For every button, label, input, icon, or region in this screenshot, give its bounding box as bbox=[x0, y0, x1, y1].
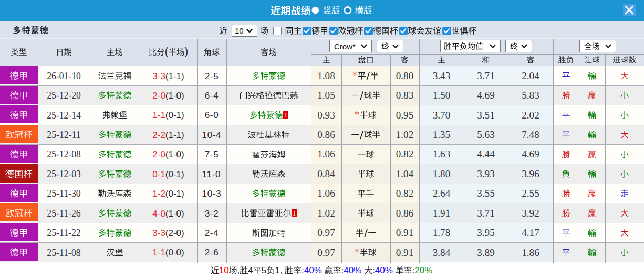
svg-text:3-2: 3-2 bbox=[205, 209, 219, 219]
svg-text:7-5: 7-5 bbox=[205, 149, 219, 159]
svg-text:3.55: 3.55 bbox=[477, 188, 495, 199]
svg-text:1: 1 bbox=[275, 265, 279, 275]
svg-text:0.91: 0.91 bbox=[396, 227, 414, 238]
svg-text:1.63: 1.63 bbox=[433, 148, 451, 159]
svg-text:25-11-26: 25-11-26 bbox=[47, 208, 81, 219]
svg-text:1.50: 1.50 bbox=[433, 90, 451, 101]
svg-text:1.78: 1.78 bbox=[433, 227, 451, 238]
svg-text:*: * bbox=[352, 70, 358, 81]
svg-text:5.63: 5.63 bbox=[477, 129, 495, 140]
svg-text:(2-0): (2-0) bbox=[165, 228, 184, 238]
svg-text:2-2: 2-2 bbox=[152, 130, 165, 140]
svg-text:(1-1): (1-1) bbox=[165, 71, 184, 81]
svg-text:1-1: 1-1 bbox=[152, 110, 165, 120]
svg-text:1.06: 1.06 bbox=[317, 188, 335, 199]
svg-text:40%: 40% bbox=[304, 265, 322, 275]
svg-text:3-3: 3-3 bbox=[152, 71, 165, 81]
svg-text:1.80: 1.80 bbox=[433, 168, 451, 179]
svg-text:10: 10 bbox=[235, 26, 244, 35]
svg-text:5: 5 bbox=[262, 265, 266, 275]
svg-text:3.71: 3.71 bbox=[477, 70, 495, 81]
svg-text:1.08: 1.08 bbox=[317, 70, 335, 81]
svg-text:3.84: 3.84 bbox=[433, 247, 451, 258]
svg-text:3.43: 3.43 bbox=[433, 70, 451, 81]
svg-text:3.92: 3.92 bbox=[522, 208, 539, 219]
svg-text:*: * bbox=[355, 109, 360, 120]
svg-text:6-4: 6-4 bbox=[205, 91, 219, 101]
svg-text:40%: 40% bbox=[344, 265, 361, 275]
svg-text:25-11-22: 25-11-22 bbox=[47, 227, 81, 238]
svg-text:0.91: 0.91 bbox=[396, 247, 414, 258]
svg-text:(0-1): (0-1) bbox=[165, 110, 184, 120]
svg-text:1.91: 1.91 bbox=[433, 208, 451, 219]
svg-text:10: 10 bbox=[219, 265, 229, 275]
svg-text:1-1: 1-1 bbox=[152, 248, 165, 257]
svg-text:25-12-20: 25-12-20 bbox=[47, 90, 81, 101]
svg-text:0.84: 0.84 bbox=[317, 168, 335, 179]
svg-text:4-0: 4-0 bbox=[152, 209, 165, 219]
svg-text:0-1: 0-1 bbox=[152, 169, 165, 179]
svg-text:4.69: 4.69 bbox=[522, 148, 539, 159]
svg-text:0.82: 0.82 bbox=[396, 188, 414, 199]
svg-text:,: , bbox=[237, 265, 240, 275]
svg-text:1.86: 1.86 bbox=[522, 247, 539, 258]
svg-text:10-4: 10-4 bbox=[202, 130, 222, 140]
svg-text:3.89: 3.89 bbox=[477, 247, 495, 258]
svg-text:25-11-08: 25-11-08 bbox=[47, 247, 81, 258]
svg-text:0.86: 0.86 bbox=[396, 208, 414, 219]
svg-text:2-5: 2-5 bbox=[205, 71, 219, 81]
svg-text:1-2: 1-2 bbox=[152, 189, 165, 199]
svg-text:3.95: 3.95 bbox=[477, 227, 495, 238]
svg-text:(1-0): (1-0) bbox=[165, 149, 184, 159]
svg-text:(1-1): (1-1) bbox=[165, 130, 184, 140]
svg-text:25-11-30: 25-11-30 bbox=[47, 188, 81, 199]
svg-text:3-3: 3-3 bbox=[152, 228, 165, 238]
svg-text:3.71: 3.71 bbox=[477, 208, 495, 219]
svg-text:6-0: 6-0 bbox=[205, 110, 219, 120]
svg-text:7.48: 7.48 bbox=[522, 129, 539, 140]
svg-text:40%: 40% bbox=[375, 265, 393, 275]
svg-text:4.17: 4.17 bbox=[522, 227, 539, 238]
svg-text:3.51: 3.51 bbox=[477, 110, 495, 121]
svg-text:0.82: 0.82 bbox=[396, 148, 414, 159]
svg-text:25-12-14: 25-12-14 bbox=[47, 110, 81, 121]
svg-text:(1-0): (1-0) bbox=[165, 91, 184, 101]
svg-text:0.95: 0.95 bbox=[396, 110, 414, 121]
svg-text:0.97: 0.97 bbox=[317, 227, 335, 238]
svg-text:4.44: 4.44 bbox=[477, 148, 495, 159]
svg-text:): ) bbox=[185, 46, 189, 57]
svg-text:2-4: 2-4 bbox=[205, 228, 219, 238]
svg-text:2.04: 2.04 bbox=[522, 70, 539, 81]
svg-text:4: 4 bbox=[248, 265, 253, 275]
svg-text:,: , bbox=[280, 265, 283, 275]
svg-text:2.55: 2.55 bbox=[522, 188, 539, 199]
svg-text:1.04: 1.04 bbox=[396, 168, 414, 179]
svg-text:1.35: 1.35 bbox=[433, 129, 451, 140]
svg-text:2-6: 2-6 bbox=[205, 248, 219, 257]
svg-text:(0-0): (0-0) bbox=[165, 248, 184, 257]
svg-text:1: 1 bbox=[284, 111, 288, 119]
svg-text:(0-1): (0-1) bbox=[165, 169, 184, 179]
svg-text:25-12-03: 25-12-03 bbox=[47, 168, 81, 179]
svg-text:20%: 20% bbox=[414, 265, 432, 275]
svg-text:Crow*: Crow* bbox=[334, 42, 356, 51]
svg-text:2.64: 2.64 bbox=[433, 188, 451, 199]
svg-text:1: 1 bbox=[293, 209, 296, 217]
svg-text:25-12-08: 25-12-08 bbox=[47, 148, 81, 159]
svg-text:25-12-11: 25-12-11 bbox=[47, 129, 81, 140]
svg-text:2-0: 2-0 bbox=[152, 149, 165, 159]
svg-text:0.93: 0.93 bbox=[317, 110, 335, 121]
svg-text:2-0: 2-0 bbox=[152, 91, 165, 101]
svg-text:(1-0): (1-0) bbox=[165, 209, 184, 219]
svg-text:3.96: 3.96 bbox=[522, 168, 539, 179]
svg-text:0.83: 0.83 bbox=[396, 90, 414, 101]
svg-text:10-3: 10-3 bbox=[202, 189, 222, 199]
svg-text:26-01-10: 26-01-10 bbox=[47, 70, 81, 81]
svg-text:4.69: 4.69 bbox=[477, 90, 495, 101]
svg-text:(: ( bbox=[165, 46, 169, 57]
svg-text:2.02: 2.02 bbox=[522, 110, 539, 121]
svg-text:1.02: 1.02 bbox=[317, 208, 335, 219]
svg-text:0.97: 0.97 bbox=[317, 247, 335, 258]
svg-text:5.83: 5.83 bbox=[522, 90, 539, 101]
svg-text:*: * bbox=[355, 246, 360, 257]
